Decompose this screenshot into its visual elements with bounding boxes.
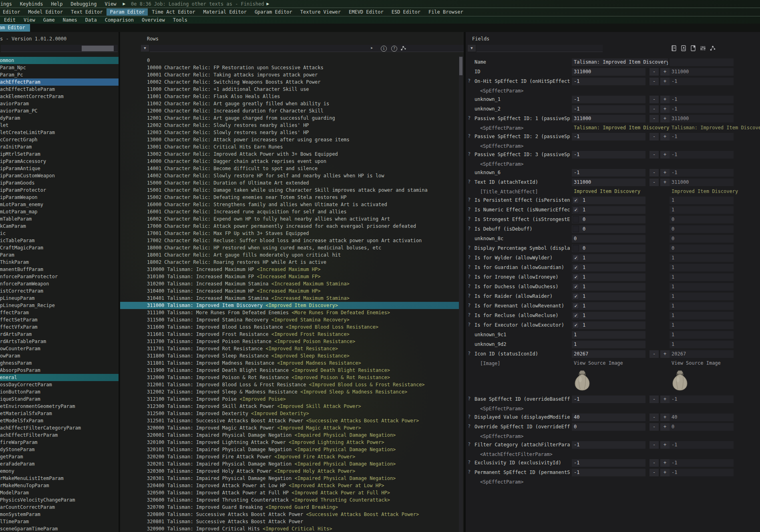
param-list-item[interactable]: EquipParamProtector	[0, 187, 119, 194]
field-value-input[interactable]: 40	[572, 414, 645, 421]
param-list-item[interactable]: CalcCorrectGraph	[0, 136, 119, 143]
param-list-item[interactable]: Magic	[0, 230, 119, 237]
param-list-item[interactable]: AttachEffectParam	[0, 78, 119, 86]
increment-button[interactable]: +	[660, 78, 670, 85]
param-list-item[interactable]: BehaviorParam_PC	[0, 107, 119, 114]
param-list-item[interactable]: Ceremony	[0, 468, 119, 475]
param-menu-overview[interactable]: Overview	[138, 17, 169, 23]
field-sub-vanilla[interactable]: View Source Image	[672, 360, 721, 366]
row-item[interactable]: 310200 Talisman: Increased Maximum Stami…	[120, 280, 459, 287]
field-checkbox[interactable]: ✓	[573, 197, 579, 203]
param-list-item[interactable]: ChrPhysicsVelocityChangeParam	[0, 496, 119, 504]
param-list-item[interactable]: AntiqueStandParam	[0, 395, 119, 403]
param-list-item[interactable]: AssetMaterialSfxParam	[0, 410, 119, 417]
field-help-icon[interactable]: ?	[468, 396, 470, 402]
param-menu-comparison[interactable]: Comparison	[101, 17, 138, 23]
param-list-item[interactable]: SwordArtsTableParam	[0, 338, 119, 345]
field-checkbox[interactable]	[573, 226, 579, 232]
param-list-item[interactable]: AttachEffectFilterCategoryParam	[0, 424, 119, 432]
increment-button[interactable]: +	[660, 151, 670, 159]
field-help-icon[interactable]: ?	[468, 469, 470, 475]
play-icon[interactable]: ▶	[266, 1, 269, 6]
param-menu-game[interactable]: Game	[39, 17, 59, 23]
param-list-item[interactable]: PermanentBuffParam	[0, 266, 119, 273]
param-group-header-common[interactable]: Common	[0, 57, 119, 64]
param-list-item[interactable]: AtkParam_Pc	[0, 71, 119, 78]
field-checkbox[interactable]: ✓	[573, 312, 579, 319]
param-list-item[interactable]: EquipParamGoods	[0, 179, 119, 187]
editor-menu-gparam-editor[interactable]: Gparam Editor	[251, 9, 296, 15]
param-list-item[interactable]: MagicTableParam	[0, 237, 119, 244]
row-item[interactable]: 311500 Talisman: Improved Stamina Recove…	[120, 316, 459, 323]
editor-menu-esd-editor[interactable]: ESD Editor	[388, 9, 424, 15]
row-item[interactable]: 16001 Character Relic: Increased rune ac…	[120, 208, 459, 215]
field-help-icon[interactable]: ?	[468, 255, 470, 260]
row-item[interactable]: 320700 Talisman: Improved Guard Breaking…	[120, 504, 459, 511]
param-list-item[interactable]: AttachEffectFilterParam	[0, 432, 119, 439]
row-item[interactable]: 310100 Talisman: Increased Maximum FP <I…	[120, 273, 459, 280]
param-list-item[interactable]: NpcCraftMagicParam	[0, 244, 119, 251]
increment-button[interactable]: +	[660, 350, 670, 358]
menu-help[interactable]: Help	[47, 1, 67, 7]
row-item[interactable]: 311600 Talisman: Improved Blood Loss Res…	[120, 323, 459, 331]
jump-to-row-icon[interactable]: ➤	[370, 45, 373, 51]
row-item[interactable]: 311100 Talisman: More Runes From Defeate…	[120, 309, 459, 316]
row-item[interactable]: 310000 Talisman: Increased Maximum HP <I…	[120, 266, 459, 273]
param-list-item[interactable]: ShopLineupParam	[0, 295, 119, 302]
row-item[interactable]: 15001 Character Relic: Damage taken whil…	[120, 187, 459, 194]
field-checkbox[interactable]: ✓	[573, 274, 579, 280]
rows-scrollbar-thumb[interactable]	[459, 57, 462, 75]
menu-keybinds[interactable]: Keybinds	[16, 1, 47, 7]
param-list-item[interactable]: Bullet	[0, 122, 119, 129]
field-checkbox[interactable]: ✓	[573, 207, 579, 213]
field-value-input[interactable]: -1	[572, 105, 645, 113]
row-item[interactable]: 311700 Talisman: Improved Poison Resista…	[120, 338, 459, 345]
param-list-item[interactable]: BehaviorParam	[0, 100, 119, 107]
row-item[interactable]: 312300 Talisman: Improved Skill Attack P…	[120, 403, 459, 410]
row-item[interactable]: 311800 Talisman: Improved Sleep Resistan…	[120, 352, 459, 359]
row-item[interactable]: 320100 Talisman: Improved Lightning Atta…	[120, 439, 459, 446]
rows-scrollbar[interactable]	[459, 56, 463, 532]
field-value-input[interactable]: 0	[572, 423, 645, 431]
increment-button[interactable]: +	[660, 105, 670, 113]
field-value-input[interactable]: 311000	[572, 179, 645, 186]
increment-button[interactable]: +	[660, 414, 670, 421]
row-item[interactable]: 320000 Talisman: Improved Magic Attack P…	[120, 424, 459, 432]
param-list-item[interactable]: CharaInitParam	[0, 143, 119, 151]
decrement-button[interactable]: -	[649, 115, 659, 122]
param-menu-data[interactable]: Data	[81, 17, 101, 23]
param-list-item[interactable]: EquipParamAccessory	[0, 158, 119, 165]
decrement-button[interactable]: -	[649, 459, 659, 467]
param-list-item[interactable]: ActionButtonParam	[0, 388, 119, 395]
field-help-icon[interactable]: ?	[468, 133, 470, 139]
field-help-icon[interactable]: ?	[468, 207, 470, 212]
row-item[interactable]: 11001 Character Relic: Flask Also Heals …	[120, 93, 459, 100]
rows-search-input[interactable]	[150, 45, 464, 52]
row-item[interactable]: 320800 Talisman: Successive Attacks Boos…	[120, 511, 459, 518]
field-value-input[interactable]: Talisman: Improved Item Discovery	[572, 58, 668, 66]
field-value-input[interactable]: 20267	[572, 350, 645, 358]
field-value-input[interactable]: 311000	[572, 115, 645, 122]
row-item[interactable]: 311000 Talisman: Improved Item Discovery…	[120, 302, 459, 309]
field-value-input[interactable]: -1	[572, 96, 645, 103]
fields-search-combo-button[interactable]: ▼	[468, 45, 476, 52]
param-list-item[interactable]: EquipParamAntique	[0, 165, 119, 172]
field-help-icon[interactable]: ?	[468, 312, 470, 318]
row-item[interactable]: 17001 Character Relic: Max FP Up with 3+…	[120, 230, 459, 237]
row-item[interactable]: 10000 Character Relic: FP Restoration up…	[120, 64, 459, 71]
param-list-item[interactable]: ItemLotParam_map	[0, 208, 119, 215]
info-icon[interactable]: i	[381, 45, 387, 52]
row-item[interactable]: 15000 Character Relic: Duration of Ultim…	[120, 179, 459, 187]
decrement-button[interactable]: -	[649, 350, 659, 358]
increment-button[interactable]: +	[660, 423, 670, 431]
field-help-icon[interactable]: ?	[468, 179, 470, 185]
param-list-item[interactable]: BuddyStoneParam	[0, 446, 119, 453]
field-help-icon[interactable]: ?	[468, 283, 470, 289]
field-value-input[interactable]: 1	[572, 331, 645, 339]
decrement-button[interactable]: -	[649, 68, 659, 76]
decrement-button[interactable]: -	[649, 469, 659, 476]
editor-menu-param-editor[interactable]: Param Editor	[107, 8, 148, 16]
row-item[interactable]: 320200 Talisman: Improved Fire Attack Po…	[120, 453, 459, 460]
field-help-icon[interactable]: ?	[468, 151, 470, 157]
row-item[interactable]: 10001 Character Relic: Taking attacks im…	[120, 71, 459, 78]
